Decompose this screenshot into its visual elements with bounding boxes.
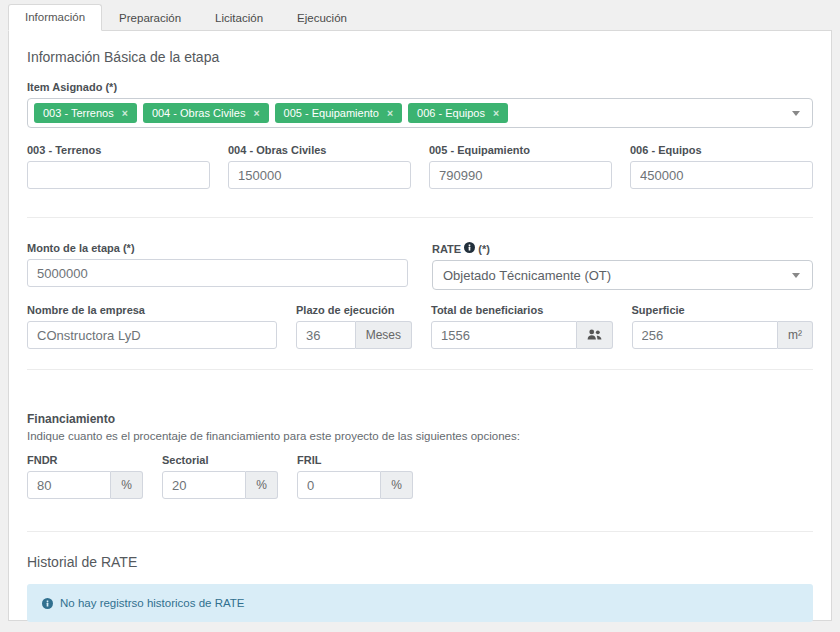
chevron-down-icon	[792, 111, 800, 116]
monto-input[interactable]	[27, 259, 408, 287]
sectorial-input[interactable]	[162, 471, 246, 499]
fril-group: %	[297, 471, 413, 499]
field-fril: FRIL %	[297, 454, 413, 499]
tab-ejecucion[interactable]: Ejecución	[280, 5, 364, 31]
tag-remove-icon[interactable]: ×	[387, 107, 393, 119]
terrenos-label: 003 - Terrenos	[27, 144, 210, 156]
beneficiarios-group	[431, 321, 613, 349]
empresa-row: Nombre de la empresa Plazo de ejecución …	[27, 304, 813, 349]
info-circle-icon	[42, 598, 53, 609]
plazo-label: Plazo de ejecución	[296, 304, 412, 316]
beneficiarios-label: Total de beneficiarios	[431, 304, 613, 316]
empresa-input[interactable]	[27, 321, 277, 349]
field-equipamiento: 005 - Equipamiento	[429, 144, 612, 189]
section-title: Información Básica de la etapa	[27, 49, 813, 65]
superficie-unit-addon: m²	[778, 321, 813, 349]
tag-label: 006 - Equipos	[417, 107, 485, 119]
superficie-group: m²	[632, 321, 814, 349]
field-terrenos: 003 - Terrenos	[27, 144, 210, 189]
field-superficie: Superficie m²	[632, 304, 814, 349]
historial-info-alert: No hay registrso historicos de RATE	[27, 584, 813, 622]
divider	[27, 217, 813, 218]
financiamiento-title: Financiamiento	[27, 412, 813, 426]
rate-label-text: RATE	[432, 243, 461, 255]
equipamiento-input[interactable]	[429, 161, 612, 189]
sectorial-label: Sectorial	[162, 454, 278, 466]
plazo-group: Meses	[296, 321, 412, 349]
monto-rate-row: Monto de la etapa (*) RATE (*) Objetado …	[27, 242, 813, 290]
monto-label: Monto de la etapa (*)	[27, 242, 408, 254]
tag-remove-icon[interactable]: ×	[253, 107, 259, 119]
field-fndr: FNDR %	[27, 454, 143, 499]
terrenos-input[interactable]	[27, 161, 210, 189]
plazo-input[interactable]	[296, 321, 356, 349]
tag-obras-civiles: 004 - Obras Civiles ×	[143, 103, 269, 123]
tab-content-panel: Información Básica de la etapa Item Asig…	[8, 31, 832, 621]
tag-remove-icon[interactable]: ×	[122, 107, 128, 119]
fndr-percent-addon: %	[111, 471, 143, 499]
field-empresa: Nombre de la empresa	[27, 304, 277, 349]
fndr-label: FNDR	[27, 454, 143, 466]
item-asignado-label: Item Asignado (*)	[27, 81, 813, 93]
field-rate: RATE (*) Objetado Técnicamente (OT)	[432, 242, 813, 290]
page: Información Preparación Licitación Ejecu…	[0, 0, 840, 621]
tab-bar: Información Preparación Licitación Ejecu…	[8, 6, 832, 31]
financiamiento-row: FNDR % Sectorial % FRIL %	[27, 454, 813, 499]
superficie-input[interactable]	[632, 321, 779, 349]
beneficiarios-input[interactable]	[431, 321, 577, 349]
historial-title: Historial de RATE	[27, 554, 813, 570]
item-asignado-multiselect[interactable]: 003 - Terrenos × 004 - Obras Civiles × 0…	[27, 98, 813, 128]
field-equipos: 006 - Equipos	[630, 144, 813, 189]
financiamiento-description: Indique cuanto es el procentaje de finan…	[27, 430, 813, 442]
users-icon	[577, 321, 613, 349]
tag-equipos: 006 - Equipos ×	[408, 103, 508, 123]
fril-percent-addon: %	[381, 471, 413, 499]
tag-label: 004 - Obras Civiles	[152, 107, 246, 119]
field-plazo: Plazo de ejecución Meses	[296, 304, 412, 349]
alert-text: No hay registrso historicos de RATE	[60, 597, 245, 609]
rate-label: RATE (*)	[432, 242, 813, 255]
field-obras-civiles: 004 - Obras Civiles	[228, 144, 411, 189]
obras-civiles-label: 004 - Obras Civiles	[228, 144, 411, 156]
tag-label: 003 - Terrenos	[43, 107, 114, 119]
tag-remove-icon[interactable]: ×	[493, 107, 499, 119]
rate-required-mark: (*)	[478, 243, 490, 255]
fndr-input[interactable]	[27, 471, 111, 499]
equipamiento-label: 005 - Equipamiento	[429, 144, 612, 156]
tab-licitacion[interactable]: Licitación	[198, 5, 280, 31]
sectorial-group: %	[162, 471, 278, 499]
item-fields-row: 003 - Terrenos 004 - Obras Civiles 005 -…	[27, 144, 813, 189]
chevron-down-icon	[792, 273, 800, 278]
info-circle-icon	[464, 242, 475, 253]
tab-informacion[interactable]: Información	[8, 4, 102, 31]
field-monto: Monto de la etapa (*)	[27, 242, 408, 290]
fril-label: FRIL	[297, 454, 413, 466]
equipos-label: 006 - Equipos	[630, 144, 813, 156]
tag-equipamiento: 005 - Equipamiento ×	[275, 103, 403, 123]
fril-input[interactable]	[297, 471, 381, 499]
tag-label: 005 - Equipamiento	[284, 107, 379, 119]
rate-selected-value: Objetado Técnicamente (OT)	[443, 268, 611, 283]
tab-preparacion[interactable]: Preparación	[102, 5, 198, 31]
tag-terrenos: 003 - Terrenos ×	[34, 103, 137, 123]
empresa-label: Nombre de la empresa	[27, 304, 277, 316]
divider	[27, 369, 813, 370]
plazo-unit-addon: Meses	[356, 321, 412, 349]
obras-civiles-input[interactable]	[228, 161, 411, 189]
fndr-group: %	[27, 471, 143, 499]
rate-select[interactable]: Objetado Técnicamente (OT)	[432, 260, 813, 290]
equipos-input[interactable]	[630, 161, 813, 189]
superficie-label: Superficie	[632, 304, 814, 316]
field-beneficiarios: Total de beneficiarios	[431, 304, 613, 349]
divider	[27, 531, 813, 532]
field-sectorial: Sectorial %	[162, 454, 278, 499]
sectorial-percent-addon: %	[246, 471, 278, 499]
